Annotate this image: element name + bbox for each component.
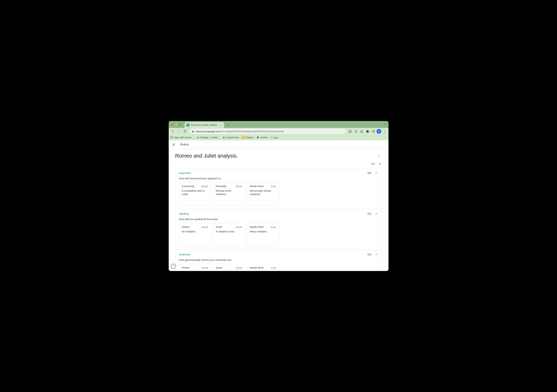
level-name: Perfect (182, 226, 190, 229)
level-name: Needs Work (250, 226, 264, 229)
bookmark-item[interactable]: Settings - Cookie... (197, 136, 220, 139)
back-button[interactable] (170, 129, 176, 134)
url-text: classroom.google.com/u/0/c/NjEyMDI4ODIxM… (196, 130, 284, 133)
google-icon (171, 136, 173, 139)
criterion-points-group: /30 (368, 171, 378, 174)
level-points: 5 pts (271, 266, 276, 269)
svg-point-7 (384, 132, 385, 132)
header-section-label: Rubric (180, 143, 189, 146)
classroom-favicon-icon (187, 123, 189, 126)
new-tab-button[interactable] (225, 122, 230, 128)
level-description: No mistakes. (182, 271, 208, 271)
level-header: Great 15 pts (216, 226, 242, 229)
collapse-all-button[interactable] (378, 162, 381, 166)
share-icon[interactable] (353, 129, 359, 134)
browser-toolbar: classroom.google.com/u/0/c/NjEyMDI4ODIxM… (169, 128, 388, 135)
level-card[interactable]: Needs Work 5 pts Many mistakes. (247, 223, 279, 246)
window-minimize-button[interactable] (175, 123, 177, 126)
criterion-name: Grammar (179, 253, 190, 256)
criterion-description: How well you spelled all the words. (179, 218, 378, 221)
level-points: 30 pts (202, 185, 208, 188)
criterion-name: Spelling (179, 212, 189, 215)
criterion-header: Grammar /20 (179, 253, 378, 256)
level-header: Passable 20 pts (216, 185, 242, 188)
level-card[interactable]: Passable 20 pts Missing some evidence. (213, 182, 245, 206)
level-name: Great (216, 226, 222, 229)
lock-icon (192, 130, 194, 133)
criterion-header: Spelling /20 (179, 212, 378, 215)
rubric-main: Romeo and Juliet analysis. /70 (169, 149, 388, 271)
tab-close-button[interactable] (219, 123, 222, 126)
collapse-criterion-button[interactable] (375, 171, 378, 174)
more-options-button[interactable] (376, 153, 382, 159)
level-card[interactable]: Perfect 20 pts No mistakes. (179, 264, 211, 271)
criterion-points-group: /20 (368, 212, 378, 215)
tab-title: Romeo and Juliet analysis. (191, 124, 218, 126)
criterion: Argument /30 How well structured your ar… (175, 168, 382, 209)
title-row: Romeo and Juliet analysis. (175, 153, 382, 159)
criterion-description: How grammatically correct your sentences… (179, 259, 378, 261)
bookmark-item[interactable]: API gcp (270, 136, 278, 139)
rubric-container: Argument /30 How well structured your ar… (175, 168, 382, 271)
address-bar[interactable]: classroom.google.com/u/0/c/NjEyMDI4ODIxM… (190, 129, 346, 134)
bookmark-item[interactable]: Apps with access... (171, 136, 194, 139)
browser-window: Romeo and Juliet analysis. (169, 121, 388, 271)
profile-avatar[interactable]: D (377, 129, 381, 134)
svg-point-6 (384, 131, 385, 132)
collapse-criterion-button[interactable] (375, 212, 378, 215)
bookmark-label: Experiments (226, 136, 239, 139)
bookmark-star-icon[interactable] (359, 129, 365, 134)
window-maximize-button[interactable] (179, 123, 181, 126)
api-icon: API (270, 136, 273, 139)
level-card[interactable]: Convincing 30 pts A compelling case is m… (179, 182, 211, 206)
bookmark-item[interactable]: Experiments (222, 136, 239, 139)
bookmark-item[interactable]: Classes (242, 136, 254, 139)
scroll-region[interactable]: Rubric Romeo and Juliet analysis. /70 (169, 140, 388, 271)
level-description: Many mistakes. (250, 271, 276, 271)
url-domain: classroom.google.com (196, 130, 220, 133)
level-header: Convincing 30 pts (182, 185, 208, 188)
gear-icon (197, 136, 199, 139)
reload-button[interactable] (182, 129, 188, 134)
url-path: /u/0/c/NjEyMDI4ODIxMDg5/a/NjEyMDI4ODc4Nz… (220, 130, 284, 133)
level-name: Passable (216, 185, 226, 188)
bookmark-label: Settings - Cookie... (200, 136, 220, 139)
window-close-button[interactable] (172, 123, 174, 126)
total-points: /70 (371, 162, 375, 165)
classroom-icon (242, 136, 245, 139)
criterion-points: /20 (368, 253, 371, 256)
criterion-points: /20 (368, 212, 371, 215)
tab-overflow-button[interactable] (383, 123, 386, 126)
window-controls (169, 123, 181, 126)
level-description: Missing some evidence. (216, 189, 242, 196)
svg-point-5 (384, 130, 385, 131)
chrome-menu-icon[interactable] (382, 129, 387, 134)
level-card[interactable]: Great 15 pts A mistake or two. (213, 264, 245, 271)
levels-row: Perfect 20 pts No mistakes. Great 15 pts… (179, 223, 378, 246)
install-app-icon[interactable] (348, 129, 353, 134)
tabs: Romeo and Juliet analysis. (185, 121, 230, 128)
browser-tab[interactable]: Romeo and Juliet analysis. (185, 122, 224, 128)
total-points-row: /70 (175, 162, 382, 166)
bookmark-item[interactable]: current (256, 136, 267, 139)
side-panel-icon[interactable] (371, 129, 376, 134)
levels-row: Convincing 30 pts A compelling case is m… (179, 182, 378, 206)
avatar-letter: D (378, 130, 380, 133)
levels-row: Perfect 20 pts No mistakes. Great 15 pts… (179, 264, 378, 271)
help-button[interactable]: ? (171, 264, 176, 269)
bookmark-label: current (260, 136, 267, 139)
level-card[interactable]: Needs Work 5 pts Many mistakes. (247, 264, 279, 271)
level-card[interactable]: Perfect 20 pts No mistakes. (179, 223, 211, 246)
folder-icon (256, 136, 259, 139)
level-name: Needs Work (250, 185, 264, 188)
level-card[interactable]: Great 15 pts A mistake or two. (213, 223, 245, 246)
close-button[interactable] (172, 142, 176, 147)
level-card[interactable]: Needs Work 0 pts Not enough strong evide… (247, 182, 279, 206)
level-header: Needs Work 0 pts (250, 185, 276, 188)
content-area: Rubric Romeo and Juliet analysis. /70 (169, 140, 388, 271)
collapse-criterion-button[interactable] (375, 253, 378, 256)
forward-button[interactable] (176, 129, 182, 134)
flask-icon (222, 136, 225, 139)
extensions-icon[interactable] (365, 129, 370, 134)
bookmarks-bar: Apps with access... Settings - Cookie...… (169, 135, 388, 140)
